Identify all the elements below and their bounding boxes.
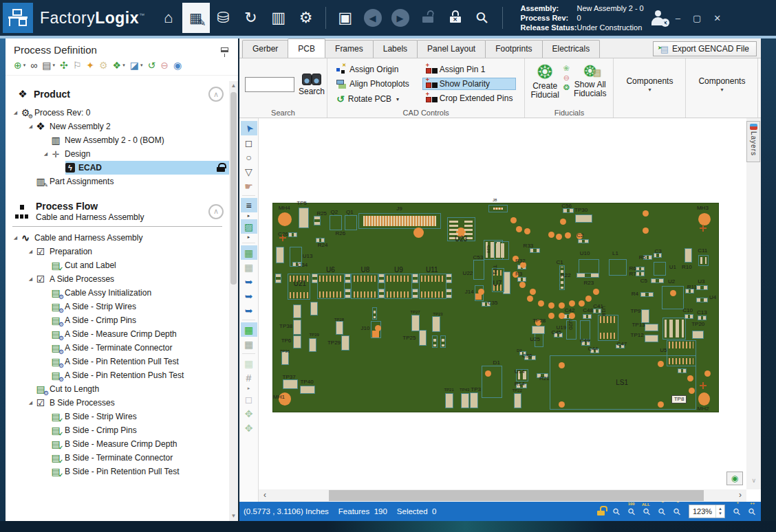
fiducial-library-icon[interactable]: ❂ (563, 83, 570, 91)
canvas-tool-9[interactable]: ▸ (241, 234, 257, 241)
process-designer-icon[interactable]: ▦✎ (182, 3, 210, 33)
tree-item-b-side-measure-crimp-depth[interactable]: B Side - Measure Crimp Depth (6, 437, 229, 451)
components-dropdown-1[interactable]: Components ▾ (614, 58, 686, 118)
canvas-tool-23[interactable]: ◻ (241, 392, 257, 406)
canvas-tool-0[interactable]: ➤ (241, 121, 257, 135)
canvas-tool-21[interactable]: # (241, 370, 257, 385)
tree-item-b-side-processes[interactable]: ◢B Side Processes (6, 396, 229, 410)
lock-close-icon[interactable]: ✕ (442, 3, 469, 33)
panel-tool-0[interactable]: ⊕▾ (14, 60, 25, 71)
tab-frames[interactable]: Frames (325, 40, 374, 58)
zoom-in-more-icon[interactable]: ⚲++ (745, 505, 759, 519)
zoom-spin-up-icon[interactable]: ▲ (716, 507, 724, 511)
canvas-hscrollbar[interactable]: ‹ › (259, 489, 746, 502)
vertical-scroll-down-icon[interactable]: ∨ (751, 477, 756, 484)
canvas-tool-22[interactable]: ▸ (241, 385, 257, 392)
scroll-up-icon[interactable]: ▲ (229, 81, 238, 91)
tree-item-new-assembly-2-0-bom-[interactable]: New Assembly 2 - 0 (BOM) (6, 133, 229, 147)
canvas-tool-12[interactable]: ▦ (241, 260, 257, 274)
tree-search-icon[interactable]: ⚲ (469, 3, 497, 33)
zoom-out-window-icon[interactable]: ⚲− (655, 505, 669, 519)
panel-tool-2[interactable]: ▤▾ (42, 60, 55, 71)
collapse-flow-icon[interactable]: ∧ (208, 204, 224, 219)
canvas-tool-11[interactable]: ▦ (241, 245, 257, 260)
tree-item-a-side-pin-retention-push-test[interactable]: A Side - Pin Retention Push Test (6, 368, 229, 382)
zoom-lock-icon[interactable] (597, 508, 605, 516)
tree-item-b-side-terminate-connector[interactable]: B Side - Terminate Connector (6, 451, 229, 465)
transfer-icon[interactable]: ↻ (237, 3, 265, 33)
canvas-tool-3[interactable]: ▽ (241, 164, 257, 179)
panel-tool-11[interactable]: ◉ (173, 60, 182, 71)
tab-pcb[interactable]: PCB (288, 38, 325, 58)
canvas-tool-20[interactable]: ▦ (241, 356, 257, 370)
tree-item-preparation[interactable]: ◢Preparation (6, 245, 229, 258)
canvas-tool-6[interactable]: ≡ (241, 198, 257, 212)
canvas-tool-7[interactable]: ▸ (241, 212, 257, 219)
search-button[interactable]: Search (299, 72, 325, 96)
pin-icon[interactable] (221, 47, 228, 52)
panel-tool-10[interactable]: ⊖ (160, 60, 169, 71)
fit-view-button[interactable]: ◉ (726, 472, 743, 485)
tree-item-cut-and-label[interactable]: Cut and Label (6, 258, 229, 272)
tab-gerber[interactable]: Gerber (242, 40, 288, 58)
tree-item-cable-assy-initialization[interactable]: Cable Assy Initialization (6, 286, 229, 300)
assign-origin-button[interactable]: Assign Origin (333, 63, 413, 76)
tab-labels[interactable]: Labels (373, 40, 418, 58)
zoom-spin-down-icon[interactable]: ▼ (716, 511, 724, 516)
canvas-tool-15[interactable]: ➥ (241, 303, 257, 318)
tree-item-a-side-terminate-connector[interactable]: A Side - Terminate Connector (6, 341, 229, 355)
documents-icon[interactable]: ▥ (265, 3, 292, 33)
rotate-pcb-button[interactable]: ↺ Rotate PCB ▾ (333, 92, 413, 106)
show-all-fiducials-button[interactable]: ❂▤ Show All Fiducials (574, 62, 606, 98)
panel-tool-8[interactable]: ◪▾ (130, 60, 143, 71)
canvas-tool-17[interactable]: ▦ (241, 322, 257, 337)
tree-item-process-rev-0[interactable]: ◢Process Rev: 0 (6, 106, 229, 120)
hscroll-thumb[interactable] (329, 490, 704, 501)
canvas-tool-8[interactable]: ▨ (241, 219, 257, 234)
canvas-tool-1[interactable]: ◻ (241, 135, 257, 150)
pcb-board[interactable]: TP8MH4TP5R25Q2Q1J9C56U23J8TP30MH3C2R33C2… (272, 203, 719, 412)
panel-tool-4[interactable]: ⚐ (73, 60, 82, 71)
minimize-button[interactable]: – (676, 13, 680, 23)
align-photoplots-button[interactable]: Align Photoplots (333, 78, 413, 90)
zoom-out-icon[interactable]: ⚲− (670, 505, 685, 519)
panel-scrollbar[interactable]: ▲ ▼ (229, 81, 238, 521)
canvas-tool-18[interactable]: ▦ (241, 337, 257, 351)
tree-item-cable-and-harness-assembly[interactable]: ◢Cable and Harness Assembly (6, 231, 229, 245)
create-fiducial-button[interactable]: ❂ Create Fiducial (530, 62, 559, 100)
tab-electricals[interactable]: Electricals (542, 40, 601, 58)
zoom-window-icon[interactable]: ⚲ (610, 505, 624, 519)
panel-tool-7[interactable]: ❖▾ (113, 60, 125, 71)
canvas-tool-25[interactable]: ✥ (241, 421, 257, 435)
tree-item-new-assembly-2[interactable]: ◢New Assembly 2 (6, 120, 229, 133)
maximize-button[interactable]: ▢ (693, 13, 701, 23)
settings-gear-icon[interactable]: ⚙ (292, 3, 320, 33)
tree-item-ecad[interactable]: ECAD (6, 161, 229, 175)
panel-tool-1[interactable]: ∞ (30, 60, 37, 71)
canvas-tool-14[interactable]: ➥ (241, 289, 257, 303)
close-button[interactable]: ✕ (713, 13, 721, 23)
home-icon[interactable]: ⌂ (155, 3, 182, 33)
scroll-right-icon[interactable]: › (734, 489, 746, 502)
tree-item-design[interactable]: ◢Design (6, 147, 229, 161)
layers-tab[interactable]: Layers (746, 121, 760, 162)
tree-item-a-side-pin-retention-pull-test[interactable]: A Side - Pin Retention Pull Test (6, 355, 229, 368)
fiducial-add-icon[interactable]: ❀ (563, 64, 570, 72)
zoom-100-icon[interactable]: ⚲100 (625, 505, 639, 519)
canvas-tool-2[interactable]: ○ (241, 150, 257, 164)
zoom-all-icon[interactable]: ⚲ALL (640, 505, 654, 519)
user-logout-icon[interactable]: ✕ (651, 10, 666, 25)
panel-tool-3[interactable]: ✣ (60, 60, 68, 71)
panel-tool-6[interactable]: ⚙ (99, 60, 108, 71)
search-input[interactable] (245, 77, 294, 92)
scroll-down-icon[interactable]: ▼ (229, 511, 238, 521)
tab-footprints[interactable]: Footprints (485, 40, 542, 58)
tree-item-a-side-measure-crimp-depth[interactable]: A Side - Measure Crimp Depth (6, 327, 229, 341)
assign-pin1-button[interactable]: Assign Pin 1 (422, 63, 517, 76)
release-icon[interactable]: ⛁ (210, 3, 237, 33)
tab-panel-layout[interactable]: Panel Layout (417, 40, 486, 58)
tree-item-b-side-crimp-pins[interactable]: B Side - Crimp Pins (6, 423, 229, 437)
tree-item-cut-to-length[interactable]: Cut to Length (6, 382, 229, 396)
export-gencad-button[interactable]: ▤ Export GENCAD File (653, 41, 757, 56)
canvas-tool-13[interactable]: ➥ (241, 274, 257, 289)
